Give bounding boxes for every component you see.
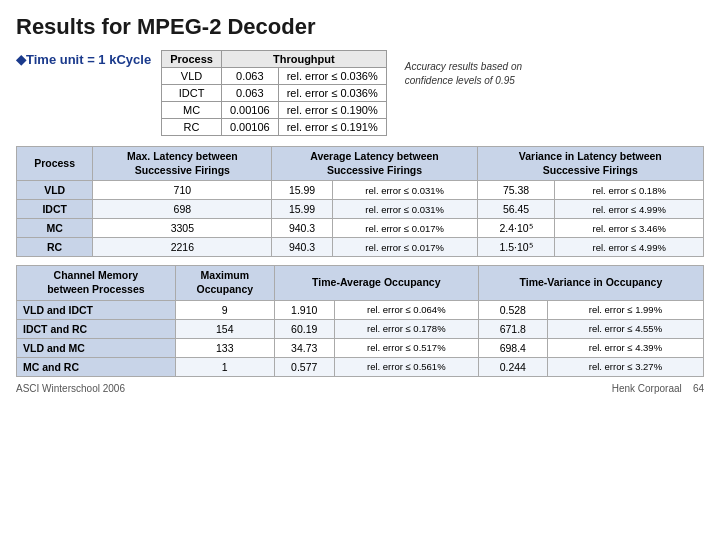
ch-avg-error: rel. error ≤ 0.517% bbox=[334, 338, 478, 357]
ch-var-occ: 0.244 bbox=[478, 357, 547, 376]
footer: ASCI Winterschool 2006 Henk Corporaal 64 bbox=[16, 383, 704, 394]
ch-avg-error: rel. error ≤ 0.561% bbox=[334, 357, 478, 376]
ch-avg-occ: 1.910 bbox=[274, 300, 334, 319]
ch-max-occ: 1 bbox=[175, 357, 274, 376]
ch-var-occ: 0.528 bbox=[478, 300, 547, 319]
ml-var: 56.45 bbox=[477, 200, 555, 219]
ml-avg: 940.3 bbox=[272, 219, 332, 238]
footer-left: ASCI Winterschool 2006 bbox=[16, 383, 125, 394]
tp-process: MC bbox=[162, 102, 222, 119]
ch-header-channel: Channel Memorybetween Processes bbox=[17, 266, 176, 300]
footer-page: 64 bbox=[693, 383, 704, 394]
ml-var: 1.5·10⁵ bbox=[477, 238, 555, 257]
tp-value: 0.063 bbox=[221, 68, 278, 85]
tp-value: 0.063 bbox=[221, 85, 278, 102]
tp-header-throughput: Throughput bbox=[221, 51, 386, 68]
ch-header-avg-occ: Time-Average Occupancy bbox=[274, 266, 478, 300]
ml-var: 75.38 bbox=[477, 181, 555, 200]
ml-header-process: Process bbox=[17, 147, 93, 181]
ml-avg-error: rel. error ≤ 0.031% bbox=[332, 200, 477, 219]
ml-process: MC bbox=[17, 219, 93, 238]
ml-avg: 15.99 bbox=[272, 200, 332, 219]
ch-var-error: rel. error ≤ 1.99% bbox=[547, 300, 703, 319]
tp-value: 0.00106 bbox=[221, 102, 278, 119]
ch-var-occ: 671.8 bbox=[478, 319, 547, 338]
ml-max: 3305 bbox=[93, 219, 272, 238]
ml-var-error: rel. error ≤ 0.18% bbox=[555, 181, 704, 200]
ch-avg-occ: 34.73 bbox=[274, 338, 334, 357]
ml-header-var: Variance in Latency betweenSuccessive Fi… bbox=[477, 147, 703, 181]
page-title: Results for MPEG-2 Decoder bbox=[16, 14, 704, 40]
page: Results for MPEG-2 Decoder ◆Time unit = … bbox=[0, 0, 720, 540]
ml-max: 2216 bbox=[93, 238, 272, 257]
tp-value: 0.00106 bbox=[221, 119, 278, 136]
footer-right: Henk Corporaal bbox=[612, 383, 682, 394]
ch-channel: IDCT and RC bbox=[17, 319, 176, 338]
tp-process: IDCT bbox=[162, 85, 222, 102]
accuracy-note: Accuracy results based on confidence lev… bbox=[405, 60, 565, 88]
ml-max: 710 bbox=[93, 181, 272, 200]
ch-channel: VLD and MC bbox=[17, 338, 176, 357]
tp-process: RC bbox=[162, 119, 222, 136]
time-unit-label: ◆Time unit = 1 kCycle bbox=[16, 52, 151, 67]
ml-avg-error: rel. error ≤ 0.017% bbox=[332, 238, 477, 257]
ch-avg-error: rel. error ≤ 0.178% bbox=[334, 319, 478, 338]
ch-var-error: rel. error ≤ 3.27% bbox=[547, 357, 703, 376]
ml-var-error: rel. error ≤ 4.99% bbox=[555, 238, 704, 257]
tp-error: rel. error ≤ 0.190% bbox=[278, 102, 386, 119]
ch-var-occ: 698.4 bbox=[478, 338, 547, 357]
throughput-table: Process Throughput VLD0.063rel. error ≤ … bbox=[161, 50, 387, 136]
ml-max: 698 bbox=[93, 200, 272, 219]
ch-channel: MC and RC bbox=[17, 357, 176, 376]
ch-header-var-occ: Time-Variance in Occupancy bbox=[478, 266, 703, 300]
ml-var: 2.4·10⁵ bbox=[477, 219, 555, 238]
ch-header-max-occ: MaximumOccupancy bbox=[175, 266, 274, 300]
ml-process: IDCT bbox=[17, 200, 93, 219]
ch-max-occ: 133 bbox=[175, 338, 274, 357]
tp-error: rel. error ≤ 0.036% bbox=[278, 68, 386, 85]
tp-header-process: Process bbox=[162, 51, 222, 68]
ml-var-error: rel. error ≤ 3.46% bbox=[555, 219, 704, 238]
ml-header-avg: Average Latency betweenSuccessive Firing… bbox=[272, 147, 477, 181]
ch-var-error: rel. error ≤ 4.55% bbox=[547, 319, 703, 338]
ml-process: VLD bbox=[17, 181, 93, 200]
ml-process: RC bbox=[17, 238, 93, 257]
ch-var-error: rel. error ≤ 4.39% bbox=[547, 338, 703, 357]
ch-avg-occ: 60.19 bbox=[274, 319, 334, 338]
ch-avg-error: rel. error ≤ 0.064% bbox=[334, 300, 478, 319]
ml-avg: 15.99 bbox=[272, 181, 332, 200]
ml-header-max: Max. Latency betweenSuccessive Firings bbox=[93, 147, 272, 181]
ch-max-occ: 154 bbox=[175, 319, 274, 338]
channel-memory-table: Channel Memorybetween Processes MaximumO… bbox=[16, 265, 704, 376]
main-latency-table: Process Max. Latency betweenSuccessive F… bbox=[16, 146, 704, 257]
ch-channel: VLD and IDCT bbox=[17, 300, 176, 319]
ml-avg-error: rel. error ≤ 0.017% bbox=[332, 219, 477, 238]
ml-avg-error: rel. error ≤ 0.031% bbox=[332, 181, 477, 200]
tp-process: VLD bbox=[162, 68, 222, 85]
ml-avg: 940.3 bbox=[272, 238, 332, 257]
ml-var-error: rel. error ≤ 4.99% bbox=[555, 200, 704, 219]
ch-max-occ: 9 bbox=[175, 300, 274, 319]
tp-error: rel. error ≤ 0.191% bbox=[278, 119, 386, 136]
tp-error: rel. error ≤ 0.036% bbox=[278, 85, 386, 102]
ch-avg-occ: 0.577 bbox=[274, 357, 334, 376]
top-section: ◆Time unit = 1 kCycle Process Throughput… bbox=[16, 50, 704, 136]
